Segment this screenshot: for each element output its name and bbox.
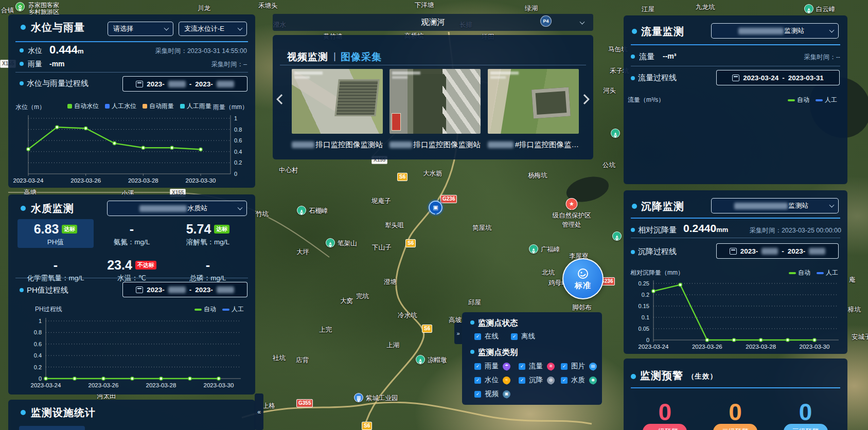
checkbox-checked-icon[interactable]: ✓: [474, 333, 481, 340]
filter-type-option[interactable]: ✓视频▣: [474, 389, 519, 399]
checkbox-checked-icon[interactable]: ✓: [561, 363, 568, 370]
quality-label: 溶解氧：mg/L: [170, 238, 246, 247]
carousel-next-icon[interactable]: [579, 94, 590, 104]
svg-text:0: 0: [646, 337, 649, 343]
video-card[interactable]: 排口监控图像监测站: [292, 69, 383, 150]
map-place-label: 笔架山: [338, 239, 357, 248]
blurred-station-name: [734, 203, 788, 209]
ph-chart: 00.20.40.60.812023-03-242023-03-262023-0…: [8, 300, 255, 395]
checkbox-checked-icon[interactable]: ✓: [511, 333, 518, 340]
checkbox-checked-icon[interactable]: ✓: [474, 363, 481, 370]
video-thumbnail[interactable]: [488, 69, 579, 134]
legend-label: 自动水位: [74, 102, 99, 111]
map-road-badge: S6: [422, 325, 432, 333]
mountain-marker-icon[interactable]: ▲: [326, 238, 335, 247]
tab-image-capture[interactable]: 图像采集: [341, 50, 382, 64]
video-card[interactable]: 排口监控图像监测站: [389, 69, 481, 150]
map-place-label: 竹坑: [256, 210, 269, 219]
date-range-picker[interactable]: 2023- - 2023-: [716, 243, 839, 259]
map-marker-tourist: ✿苏家围客家乡村旅游区: [15, 2, 59, 15]
map-place-label: 上湖: [386, 341, 399, 350]
quality-status-badge: 达标: [62, 225, 77, 234]
map-place-label: 管理处: [562, 221, 581, 228]
video-thumbnail[interactable]: [389, 69, 481, 134]
map-place-label: 公坑: [603, 161, 615, 170]
video-timestamp: [392, 76, 408, 79]
map-road-badge: S6: [397, 173, 408, 181]
pin-glyph: ≋: [549, 364, 553, 368]
mountain-marker-icon[interactable]: ▲: [529, 244, 538, 254]
filter-type-option[interactable]: ✓流量≋: [519, 362, 561, 371]
filter-type-option[interactable]: ✓雨量☂: [474, 362, 519, 371]
collect-time-label: 采集时间：: [804, 53, 836, 61]
map-place-label: 上格: [262, 402, 275, 410]
filter-type-option[interactable]: ✓水位≈: [474, 375, 519, 385]
collapse-filter-tab[interactable]: »: [454, 322, 462, 344]
alert-level-badge: 一级预警: [643, 424, 687, 430]
filter-type-option[interactable]: ✓沉降◍: [519, 375, 561, 385]
video-thumbnail[interactable]: [292, 69, 383, 134]
blurred-text: [292, 141, 314, 148]
collect-time: 采集时间：–: [211, 60, 247, 69]
blurred-date: [168, 81, 186, 87]
blurred-text: [389, 141, 412, 148]
video-card[interactable]: #排口监控图像监…: [488, 69, 579, 150]
water-level-value: 0.444m: [49, 43, 84, 57]
svg-text:2023-03-28: 2023-03-28: [746, 344, 776, 350]
bullet-icon: [631, 250, 635, 254]
checkbox-checked-icon[interactable]: ✓: [519, 377, 525, 384]
quality-station-select[interactable]: 水质站: [107, 201, 247, 216]
filter-status-option[interactable]: ✓离线: [511, 332, 535, 341]
mountain-marker-icon[interactable]: ▲: [297, 206, 306, 215]
mountain-marker-icon[interactable]: ▲: [804, 4, 813, 13]
flow-station-select[interactable]: 监测站: [711, 23, 839, 39]
svg-text:0.25: 0.25: [639, 280, 649, 286]
blurred-date: [761, 248, 778, 255]
filter-type-option[interactable]: ✓图片▤: [561, 362, 600, 371]
settlement-station-select[interactable]: 监测站: [711, 198, 839, 213]
map-marker-green: ▲: [612, 231, 622, 241]
station-select-1[interactable]: 请选择: [108, 22, 173, 36]
map-marker-industrial-park: ▦紫城工业园: [354, 393, 398, 403]
filter-status-option[interactable]: ✓在线: [474, 332, 499, 341]
date-range-picker[interactable]: 2023-03-24 - 2023-03-31: [716, 70, 840, 85]
map-control-badge[interactable]: P4: [540, 15, 552, 27]
panel-title: 水位与雨量: [31, 21, 85, 34]
mountain-marker-icon[interactable]: ▲: [612, 231, 622, 241]
checkbox-checked-icon[interactable]: ✓: [561, 377, 568, 384]
map-marker-selected-station[interactable]: ▣: [429, 201, 442, 214]
checkbox-checked-icon[interactable]: ✓: [474, 377, 481, 384]
map-marker-poi: ★级自然保护区管理处: [553, 198, 591, 228]
mountain-marker-icon[interactable]: ▲: [416, 355, 425, 364]
alert-level-badge: 二级预警: [713, 424, 757, 430]
chevron-down-icon: [580, 19, 585, 24]
map-road-badge: G355: [296, 399, 313, 407]
checkbox-checked-icon[interactable]: ✓: [474, 391, 481, 398]
building-marker-icon[interactable]: ▦: [354, 393, 363, 402]
视频-pin-icon: ▣: [503, 390, 510, 398]
map-style-standard-button[interactable]: 标准: [562, 258, 604, 299]
tourist-marker-icon[interactable]: ✿: [15, 2, 25, 11]
star-marker-icon[interactable]: ★: [566, 198, 578, 210]
checkbox-checked-icon[interactable]: ✓: [519, 363, 525, 370]
date-range-picker[interactable]: 2023- - 2023-: [122, 282, 247, 297]
map-place-label: 中心村: [279, 166, 298, 175]
collapse-left-tab[interactable]: «: [255, 393, 263, 430]
filter-status-title: 监测点状态: [478, 318, 518, 329]
panel-dot-icon: [21, 206, 26, 211]
water-quality-panel: 水质监测 水质站 6.83达标PH值-氨氮：mg/L5.74达标溶解氧：mg/L…: [8, 194, 255, 395]
station-select-2[interactable]: 支流水位计-E: [179, 22, 247, 36]
map-place-label: 社坑: [273, 354, 286, 363]
carousel-prev-icon[interactable]: [276, 94, 287, 104]
alert-item: 0二级预警: [704, 402, 766, 430]
svg-text:1: 1: [39, 318, 42, 324]
value: 0.2440: [683, 222, 716, 234]
calendar-icon: [136, 81, 143, 87]
filter-type-option[interactable]: ✓水质◉: [561, 375, 600, 385]
video-caption: 排口监控图像监测站: [292, 140, 383, 150]
date-range-picker[interactable]: 2023- - 2023-: [122, 76, 247, 92]
legend-swatch-icon: [816, 99, 823, 101]
mountain-marker-icon[interactable]: ▲: [611, 129, 620, 138]
legend-label: 自动: [797, 96, 809, 104]
tab-video-monitor[interactable]: 视频监测: [287, 50, 328, 64]
